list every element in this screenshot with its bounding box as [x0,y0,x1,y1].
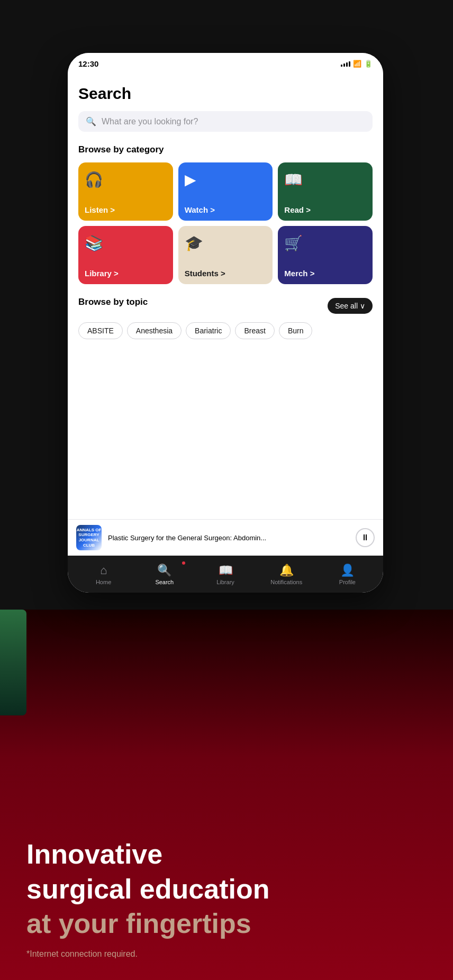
topic-chip-bariatric[interactable]: Bariatric [186,322,231,339]
marketing-note: *Internet connection required. [26,949,427,959]
pause-icon: ⏸ [361,533,369,542]
home-icon: ⌂ [100,564,107,577]
library-icon: 📚 [85,234,103,252]
thumbnail-text: ANNALS OF SURGERY JOURNAL CLUB [76,525,102,550]
search-notification-dot [182,561,185,565]
search-icon: 🔍 [86,116,96,126]
now-playing-info: Plastic Surgery for the General Surgeon:… [108,534,349,542]
notifications-icon: 🔔 [279,564,294,577]
signal-icon [341,60,350,67]
pause-button[interactable]: ⏸ [356,528,375,547]
listen-label: Listen > [85,205,115,214]
nav-item-notifications[interactable]: 🔔 Notifications [256,559,317,589]
read-label: Read > [284,205,311,214]
topic-header: Browse by topic See all ∨ [78,297,373,315]
marketing-section: Innovative surgical education at your fi… [0,610,453,980]
bottom-nav: ⌂ Home 🔍 Search 📖 Library 🔔 Notification… [68,556,383,593]
category-card-merch[interactable]: 🛒 Merch > [278,226,373,284]
category-section-header: Browse by category [78,144,373,155]
nav-item-profile[interactable]: 👤 Profile [317,559,378,589]
wifi-icon: 📶 [353,60,361,68]
now-playing-thumbnail: ANNALS OF SURGERY JOURNAL CLUB [76,525,102,550]
see-all-button[interactable]: See all ∨ [328,298,373,314]
category-card-read[interactable]: 📖 Read > [278,162,373,221]
status-bar: 12:30 📶 🔋 [68,53,383,74]
now-playing-bar[interactable]: ANNALS OF SURGERY JOURNAL CLUB Plastic S… [68,519,383,556]
topic-chip-anesthesia[interactable]: Anesthesia [127,322,182,339]
watch-label: Watch > [185,205,215,214]
nav-label-notifications: Notifications [270,579,302,585]
chevron-down-icon: ∨ [360,302,365,310]
library-nav-icon: 📖 [219,564,233,577]
nav-label-home: Home [96,579,111,585]
search-bar[interactable]: 🔍 What are you looking for? [78,111,373,132]
students-label: Students > [185,269,225,278]
status-icons: 📶 🔋 [341,60,373,68]
watch-icon: ▶ [185,171,196,188]
battery-icon: 🔋 [364,60,373,68]
library-label: Library > [85,269,119,278]
merch-label: Merch > [284,269,314,278]
merch-icon: 🛒 [284,234,303,252]
students-icon: 🎓 [185,234,203,252]
category-card-students[interactable]: 🎓 Students > [178,226,273,284]
topic-chip-absite[interactable]: ABSITE [78,322,123,339]
marketing-line3: at your fingertips [26,909,427,939]
category-card-watch[interactable]: ▶ Watch > [178,162,273,221]
now-playing-title: Plastic Surgery for the General Surgeon:… [108,534,349,542]
read-icon: 📖 [284,171,303,188]
profile-icon: 👤 [340,564,355,577]
nav-item-search[interactable]: 🔍 Search [134,559,195,589]
marketing-side-image [0,610,26,715]
topic-chip-breast[interactable]: Breast [235,322,274,339]
nav-item-library[interactable]: 📖 Library [195,559,256,589]
topic-section: Browse by topic See all ∨ ABSITE Anesthe… [78,297,373,339]
search-input-placeholder[interactable]: What are you looking for? [102,117,198,126]
see-all-label: See all [335,302,358,310]
category-card-listen[interactable]: 🎧 Listen > [78,162,173,221]
listen-icon: 🎧 [85,171,103,188]
status-time: 12:30 [78,59,98,68]
content-area: Search 🔍 What are you looking for? Brows… [68,74,383,556]
search-nav-icon: 🔍 [157,564,171,577]
marketing-line2: surgical education [26,874,427,904]
nav-label-search: Search [155,579,174,585]
topic-chip-burn[interactable]: Burn [279,322,313,339]
marketing-line1: Innovative [26,839,427,869]
nav-item-home[interactable]: ⌂ Home [73,559,134,589]
nav-label-profile: Profile [339,579,356,585]
marketing-title-line1: Innovative surgical education at your fi… [26,839,427,949]
topic-section-header: Browse by topic [78,297,148,307]
category-grid: 🎧 Listen > ▶ Watch > 📖 Read > 📚 Library … [78,162,373,284]
nav-label-library: Library [216,579,234,585]
phone-frame: 12:30 📶 🔋 Search 🔍 What are you looking … [68,53,383,593]
page-title: Search [78,85,373,103]
category-card-library[interactable]: 📚 Library > [78,226,173,284]
topic-chips: ABSITE Anesthesia Bariatric Breast Burn [78,322,373,339]
